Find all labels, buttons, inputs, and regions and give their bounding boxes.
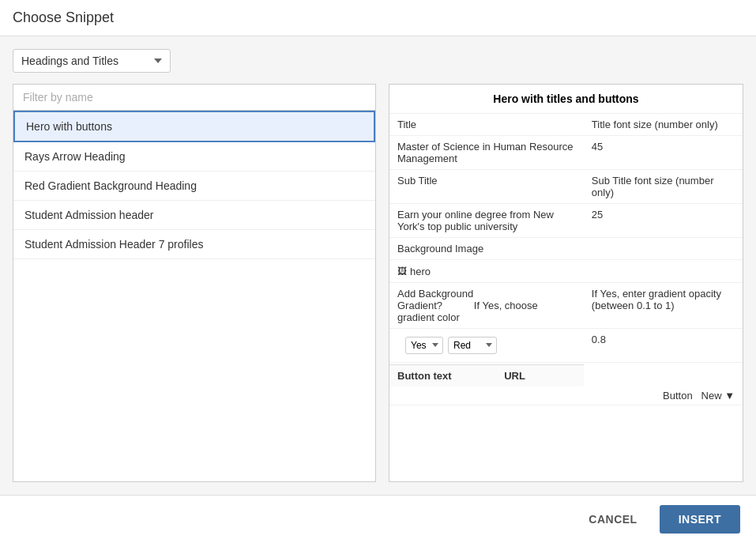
table-row-buttons: Button text URL bbox=[389, 364, 584, 387]
gradient-controls-cell: Yes No Red Blue Green bbox=[389, 328, 584, 362]
insert-button[interactable]: INSERT bbox=[660, 505, 740, 534]
image-cell: hero bbox=[389, 260, 743, 283]
field-value: 0.8 bbox=[584, 328, 743, 362]
table-row: Sub Title Sub Title font size (number on… bbox=[389, 170, 743, 204]
main-content: Hero with buttons Rays Arrow Heading Red… bbox=[13, 84, 743, 482]
dialog-header: Choose Snippet bbox=[0, 0, 756, 36]
new-badge: Button New ▼ bbox=[663, 390, 735, 402]
field-value: Title font size (number only) bbox=[584, 114, 743, 136]
preview-panel: Hero with titles and buttons Title Title… bbox=[389, 84, 743, 482]
snippet-item[interactable]: Rays Arrow Heading bbox=[13, 142, 375, 172]
list-panel: Hero with buttons Rays Arrow Heading Red… bbox=[13, 84, 376, 482]
table-row: hero bbox=[389, 260, 743, 283]
field-value: 25 bbox=[584, 204, 743, 238]
category-row: Headings and Titles Content Blocks Cards… bbox=[13, 49, 743, 73]
snippet-item[interactable]: Student Admission header bbox=[13, 201, 375, 230]
table-row: Add BackgroundGradient? If Yes, choose g… bbox=[389, 282, 743, 328]
field-value: 45 bbox=[584, 136, 743, 170]
category-select[interactable]: Headings and Titles Content Blocks Cards… bbox=[13, 49, 171, 73]
gradient-row: Yes No Red Blue Green bbox=[397, 334, 576, 357]
table-row: Yes No Red Blue Green bbox=[389, 328, 743, 362]
field-label: Title bbox=[389, 114, 584, 136]
field-label: Earn your online degree from New York's … bbox=[389, 204, 584, 238]
dialog-title: Choose Snippet bbox=[13, 9, 114, 25]
field-label: Sub Title bbox=[389, 170, 584, 204]
button-text-label: Button text bbox=[389, 365, 496, 387]
field-label: Add BackgroundGradient? If Yes, choose g… bbox=[389, 282, 584, 328]
filter-input[interactable] bbox=[13, 85, 375, 111]
cancel-button[interactable]: CANCEL bbox=[573, 505, 653, 534]
field-value bbox=[584, 238, 743, 260]
field-value: Sub Title font size (number only) bbox=[584, 170, 743, 204]
gradient-color-select[interactable]: Red Blue Green bbox=[448, 337, 497, 354]
field-value: If Yes, enter gradient opacity (between … bbox=[584, 282, 743, 328]
preview-table: Title Title font size (number only) Mast… bbox=[389, 114, 743, 405]
dialog-footer: CANCEL INSERT bbox=[0, 495, 756, 543]
table-row: Title Title font size (number only) bbox=[389, 114, 743, 136]
preview-scroll-area[interactable]: Hero with titles and buttons Title Title… bbox=[389, 85, 743, 481]
snippet-item[interactable]: Red Gradient Background Heading bbox=[13, 172, 375, 201]
gradient-yes-select[interactable]: Yes No bbox=[405, 337, 443, 354]
field-label: Background Image bbox=[389, 238, 584, 260]
dialog-body: Headings and Titles Content Blocks Cards… bbox=[0, 36, 756, 495]
new-badge-cell: Button New ▼ bbox=[389, 387, 743, 405]
table-row: Background Image bbox=[389, 238, 743, 260]
button-url-label: URL bbox=[496, 365, 584, 387]
field-label: Master of Science in Human Resource Mana… bbox=[389, 136, 584, 170]
table-row: Master of Science in Human Resource Mana… bbox=[389, 136, 743, 170]
broken-image: hero bbox=[397, 266, 431, 277]
table-row: Earn your online degree from New York's … bbox=[389, 204, 743, 238]
snippet-list: Hero with buttons Rays Arrow Heading Red… bbox=[13, 111, 375, 481]
snippet-item[interactable]: Hero with buttons bbox=[13, 111, 375, 142]
snippet-item[interactable]: Student Admission Header 7 profiles bbox=[13, 230, 375, 259]
preview-title: Hero with titles and buttons bbox=[389, 85, 743, 114]
table-row-new: Button New ▼ bbox=[389, 387, 743, 405]
